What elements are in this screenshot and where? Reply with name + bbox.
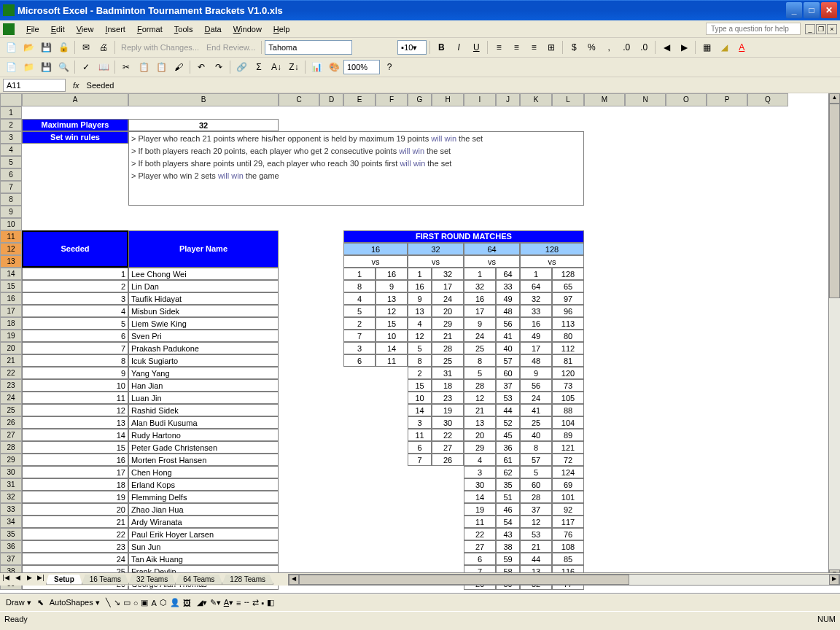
format-painter-button[interactable]: 🖌 xyxy=(171,59,187,75)
bracket-16[interactable]: 16 xyxy=(343,243,408,255)
row-header-2[interactable]: 2 xyxy=(0,119,22,131)
match-cell[interactable]: 9 xyxy=(376,280,408,292)
match-cell[interactable]: 11 xyxy=(376,354,408,367)
seed-16[interactable]: 16 xyxy=(22,454,128,466)
row-header-9[interactable]: 9 xyxy=(0,206,22,218)
textbox-button[interactable]: ▣ xyxy=(141,598,148,607)
match-cell[interactable]: 56 xyxy=(496,317,520,330)
row-header-27[interactable]: 27 xyxy=(0,429,22,441)
player-1[interactable]: Lee Chong Wei xyxy=(128,268,279,280)
match-cell[interactable]: 24 xyxy=(432,292,464,305)
match-cell[interactable]: 37 xyxy=(520,503,552,516)
player-23[interactable]: Sun Jun xyxy=(128,540,279,553)
row-header-36[interactable]: 36 xyxy=(0,540,22,553)
seed-13[interactable]: 13 xyxy=(22,416,128,429)
match-cell[interactable]: 17 xyxy=(520,342,552,354)
row-header-17[interactable]: 17 xyxy=(0,305,22,317)
align-center-button[interactable]: ≡ xyxy=(508,39,524,55)
vs-32[interactable]: vs xyxy=(408,255,464,268)
value-max-players[interactable]: 32 xyxy=(128,119,279,131)
seed-1[interactable]: 1 xyxy=(22,268,128,280)
match-cell[interactable]: 32 xyxy=(464,280,496,292)
undo-button[interactable]: ↶ xyxy=(193,59,209,75)
match-cell[interactable]: 36 xyxy=(496,441,520,454)
bracket-128[interactable]: 128 xyxy=(520,243,584,255)
column-header-F[interactable]: F xyxy=(376,93,408,106)
match-cell[interactable]: 1 xyxy=(464,268,496,280)
player-8[interactable]: Icuk Sugiarto xyxy=(128,354,279,367)
header-first-round[interactable]: FIRST ROUND MATCHES xyxy=(343,230,584,243)
align-left-button[interactable]: ≡ xyxy=(491,39,507,55)
player-20[interactable]: Zhao Jian Hua xyxy=(128,503,279,516)
match-cell[interactable]: 8 xyxy=(343,280,376,292)
player-5[interactable]: Liem Swie King xyxy=(128,317,279,330)
match-cell[interactable]: 11 xyxy=(408,429,432,441)
arrow-style-button[interactable]: ⇄ xyxy=(252,598,259,607)
match-cell[interactable]: 10 xyxy=(376,330,408,342)
match-cell[interactable]: 11 xyxy=(464,516,496,528)
research-button[interactable]: 📖 xyxy=(96,59,112,75)
chart-button[interactable]: 📊 xyxy=(308,59,324,75)
match-cell[interactable]: 27 xyxy=(432,441,464,454)
align-right-button[interactable]: ≡ xyxy=(526,39,542,55)
column-header-L[interactable]: L xyxy=(552,93,584,106)
match-cell[interactable]: 31 xyxy=(432,367,464,379)
match-cell[interactable]: 16 xyxy=(520,317,552,330)
match-cell[interactable]: 22 xyxy=(464,528,496,540)
match-cell[interactable]: 15 xyxy=(408,379,432,392)
match-cell[interactable]: 43 xyxy=(496,528,520,540)
doc-close-button[interactable]: × xyxy=(827,24,837,34)
match-cell[interactable]: 56 xyxy=(520,379,552,392)
sort-asc-button[interactable]: A↓ xyxy=(268,59,284,75)
menu-format[interactable]: Format xyxy=(131,23,168,35)
match-cell[interactable]: 7 xyxy=(343,330,376,342)
picture-button[interactable]: 🖼 xyxy=(183,599,191,607)
row-headers[interactable]: 1234567891011121314151617181920212223242… xyxy=(0,106,22,590)
select-all-corner[interactable] xyxy=(0,93,22,106)
row-header-26[interactable]: 26 xyxy=(0,416,22,429)
match-cell[interactable]: 5 xyxy=(408,342,432,354)
sheet-tab-64-teams[interactable]: 64 Teams xyxy=(175,575,222,585)
match-cell[interactable]: 21 xyxy=(520,540,552,553)
open-button[interactable]: 📂 xyxy=(20,39,36,55)
save-button[interactable]: 💾 xyxy=(38,39,54,55)
3d-button[interactable]: ◧ xyxy=(267,598,274,607)
mail-button[interactable]: ✉ xyxy=(78,39,94,55)
match-cell[interactable]: 19 xyxy=(464,503,496,516)
match-cell[interactable]: 92 xyxy=(552,503,584,516)
match-cell[interactable]: 45 xyxy=(496,429,520,441)
increase-indent-button[interactable]: ▶ xyxy=(676,39,692,55)
column-header-O[interactable]: O xyxy=(666,93,707,106)
match-cell[interactable]: 76 xyxy=(552,528,584,540)
match-cell[interactable]: 16 xyxy=(408,280,432,292)
font-color-button[interactable]: A xyxy=(734,39,750,55)
horizontal-scrollbar[interactable]: ◀ ▶ xyxy=(288,574,840,586)
player-12[interactable]: Rashid Sidek xyxy=(128,404,279,416)
fill-color-button[interactable]: ◢ xyxy=(716,39,732,55)
match-cell[interactable]: 28 xyxy=(432,342,464,354)
vertical-scrollbar[interactable]: ▲ ▼ xyxy=(828,93,840,580)
permission-button[interactable]: 🔓 xyxy=(55,39,71,55)
increase-decimal-button[interactable]: .0 xyxy=(618,39,634,55)
formula-bar[interactable]: Seeded xyxy=(84,79,840,91)
player-16[interactable]: Morten Frost Hansen xyxy=(128,454,279,466)
match-cell[interactable]: 38 xyxy=(496,540,520,553)
sheet-tab-16-teams[interactable]: 16 Teams xyxy=(82,575,129,585)
match-cell[interactable]: 28 xyxy=(464,379,496,392)
row-header-31[interactable]: 31 xyxy=(0,478,22,491)
vs-16[interactable]: vs xyxy=(343,255,408,268)
match-cell[interactable]: 19 xyxy=(432,404,464,416)
match-cell[interactable]: 26 xyxy=(432,454,464,466)
match-cell[interactable]: 112 xyxy=(552,342,584,354)
column-header-J[interactable]: J xyxy=(496,93,520,106)
row-header-6[interactable]: 6 xyxy=(0,168,22,181)
menu-file[interactable]: File xyxy=(20,23,45,35)
print-button[interactable]: 🖨 xyxy=(96,39,112,55)
column-header-G[interactable]: G xyxy=(408,93,432,106)
match-cell[interactable]: 33 xyxy=(520,305,552,317)
match-cell[interactable]: 28 xyxy=(520,491,552,503)
match-cell[interactable]: 17 xyxy=(432,280,464,292)
match-cell[interactable]: 5 xyxy=(343,305,376,317)
match-cell[interactable]: 48 xyxy=(520,354,552,367)
row-header-15[interactable]: 15 xyxy=(0,280,22,292)
